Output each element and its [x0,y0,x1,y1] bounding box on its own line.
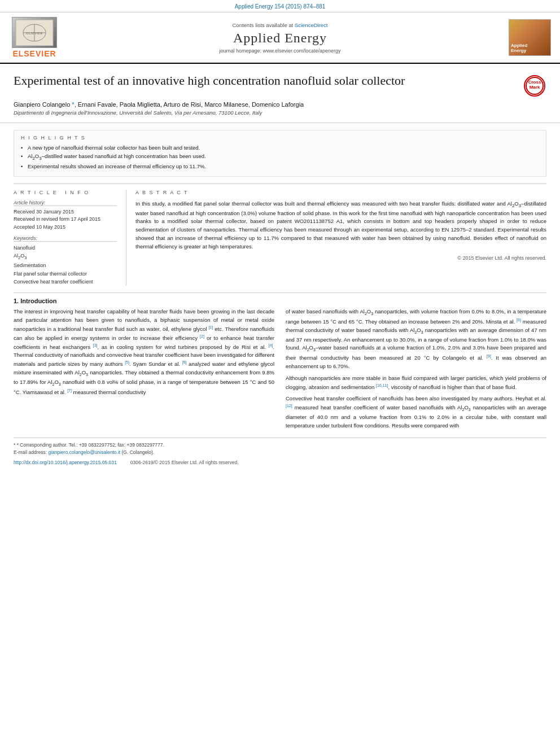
accepted-date: Accepted 10 May 2015 [14,224,117,231]
issn-text: 0306-2619/© 2015 Elsevier Ltd. All right… [130,460,239,465]
asterisk: * [72,101,74,108]
homepage-line: journal homepage: www.elsevier.com/locat… [60,48,500,54]
crossmark-icon: Cross Mark [524,75,545,97]
applied-energy-logo: AppliedEnergy [500,19,551,56]
kw-flat-panel: Flat panel solar thermal collector [14,270,117,278]
elsevier-text: ELSEVIER [12,49,56,58]
highlights-list: A new type of nanofluid thermal solar co… [21,144,539,171]
footnote-corresponding-text: * Corresponding author. Tel.: +39 083229… [17,442,164,448]
email-label: E-mail address: [14,449,47,455]
crossmark: Cross Mark [524,75,546,97]
journal-ref: Applied Energy 154 (2015) 874–881 [235,3,326,10]
two-col-section: A R T I C L E I N F O Article history: R… [14,184,546,286]
journal-center: Contents lists available at ScienceDirec… [60,22,500,54]
svg-text:Mark: Mark [530,85,540,90]
footnote-asterisk: * [14,442,15,448]
top-bar: Applied Energy 154 (2015) 874–881 [0,0,560,12]
keywords-block: Keywords: Nanofluid Al2O3 Sedimentation … [14,235,117,286]
copyright-line: © 2015 Elsevier Ltd. All rights reserved… [135,255,546,261]
email-address[interactable]: gianpiero.colangelo@unisalento.it [48,449,120,455]
abstract-text: In this study, a modified flat panel sol… [135,200,546,251]
kw-convective: Convective heat transfer coefficient [14,278,117,286]
journal-header: ELSEVIER ELSEVIER Contents lists availab… [0,12,560,64]
kw-nanofluid: Nanofluid [14,244,117,252]
footnote-area: * * Corresponding author. Tel.: +39 0832… [14,438,546,456]
received-date: Received 30 January 2015 [14,208,117,216]
highlights-label: H I G H L I G H T S [21,135,539,141]
kw-al2o3: Al2O3 [14,252,117,261]
intro-para1: The interest in improving heat transfer … [14,308,274,396]
article-history: Article history: Received 30 January 201… [14,200,117,231]
contents-line: Contents lists available at ScienceDirec… [60,22,500,28]
footnote-corresponding: * * Corresponding author. Tel.: +39 0832… [14,442,546,449]
article-main: Experimental test of an innovative high … [0,64,560,123]
abstract-label: A B S T R A C T [135,190,546,195]
intro-para2: of water based nanofluids with Al2O3 nan… [286,308,546,370]
doi-link[interactable]: http://dx.doi.org/10.1016/j.apenergy.201… [14,460,117,465]
intro-para4: Convective heat transfer coefficient of … [286,395,546,430]
body-right: of water based nanofluids with Al2O3 nan… [286,308,546,433]
journal-title: Applied Energy [60,30,500,46]
highlight-item: A new type of nanofluid thermal solar co… [21,144,539,151]
svg-text:ELSEVIER: ELSEVIER [27,32,42,35]
body-content: 1. Introduction The interest in improvin… [14,292,546,433]
doi-bar: http://dx.doi.org/10.1016/j.apenergy.201… [14,460,546,465]
intro-para3: Although nanoparticles are more stable i… [286,374,546,392]
article-info-label: A R T I C L E I N F O [14,190,117,195]
intro-heading: 1. Introduction [14,298,546,304]
highlights-section: H I G H L I G H T S A new type of nanofl… [14,130,546,177]
kw-sedimentation: Sedimentation [14,261,117,269]
affiliation: Dipartimento di Ingegneria dell'Innovazi… [14,110,546,116]
email-suffix: (G. Colangelo). [122,449,155,455]
body-two-col: The interest in improving heat transfer … [14,308,546,433]
elsevier-logo: ELSEVIER ELSEVIER [9,17,60,58]
elsevier-emblem: ELSEVIER [12,17,57,48]
highlight-item: Experimental results showed an increase … [21,163,539,170]
ae-box: AppliedEnergy [509,19,551,56]
highlight-item: Al2O3–distilled water based nanofluid at… [21,152,539,161]
keywords-title: Keywords: [14,235,117,242]
article-title-row: Experimental test of an innovative high … [14,73,546,97]
svg-text:Cross: Cross [528,80,541,85]
article-title: Experimental test of an innovative high … [14,73,515,89]
right-col: A B S T R A C T In this study, a modifie… [126,190,546,286]
body-left: The interest in improving heat transfer … [14,308,274,433]
authors: Gianpiero Colangelo *, Ernani Favale, Pa… [14,101,546,108]
left-col: A R T I C L E I N F O Article history: R… [14,190,126,286]
sciencedirect-link[interactable]: ScienceDirect [295,22,328,28]
revised-date: Received in revised form 17 April 2015 [14,216,117,224]
history-title: Article history: [14,200,117,206]
footnote-email: E-mail address: gianpiero.colangelo@unis… [14,449,546,456]
ae-text: AppliedEnergy [511,43,527,54]
